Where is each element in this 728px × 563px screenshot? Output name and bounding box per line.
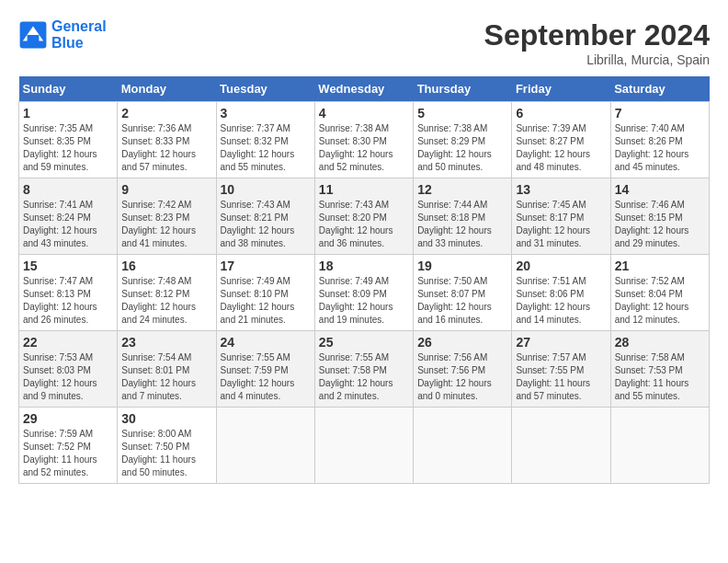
day-info: Sunrise: 7:51 AM Sunset: 8:06 PM Dayligh… [516, 275, 606, 327]
day-number: 8 [23, 182, 113, 197]
day-info: Sunrise: 7:39 AM Sunset: 8:27 PM Dayligh… [516, 122, 606, 174]
day-info: Sunrise: 7:56 AM Sunset: 7:56 PM Dayligh… [417, 351, 507, 403]
day-info: Sunrise: 7:35 AM Sunset: 8:35 PM Dayligh… [23, 122, 113, 174]
day-header-wednesday: Wednesday [314, 76, 413, 102]
calendar-cell: 16Sunrise: 7:48 AM Sunset: 8:12 PM Dayli… [118, 255, 216, 331]
day-header-thursday: Thursday [414, 76, 512, 102]
calendar-cell: 28Sunrise: 7:58 AM Sunset: 7:53 PM Dayli… [610, 331, 709, 408]
day-number: 2 [121, 106, 211, 121]
day-header-saturday: Saturday [610, 76, 709, 102]
calendar-cell: 6Sunrise: 7:39 AM Sunset: 8:27 PM Daylig… [512, 102, 610, 178]
day-info: Sunrise: 7:53 AM Sunset: 8:03 PM Dayligh… [23, 351, 113, 403]
day-number: 29 [23, 411, 113, 426]
calendar-cell: 27Sunrise: 7:57 AM Sunset: 7:55 PM Dayli… [512, 331, 610, 408]
calendar-cell: 18Sunrise: 7:49 AM Sunset: 8:09 PM Dayli… [314, 255, 413, 331]
day-number: 10 [221, 182, 311, 197]
calendar-table: SundayMondayTuesdayWednesdayThursdayFrid… [18, 76, 710, 484]
calendar-cell: 14Sunrise: 7:46 AM Sunset: 8:15 PM Dayli… [610, 178, 709, 255]
day-header-sunday: Sunday [19, 76, 118, 102]
calendar-cell: 1Sunrise: 7:35 AM Sunset: 8:35 PM Daylig… [19, 102, 118, 178]
location: Librilla, Murcia, Spain [484, 52, 710, 67]
day-number: 28 [615, 335, 705, 350]
day-info: Sunrise: 7:44 AM Sunset: 8:18 PM Dayligh… [417, 199, 507, 250]
day-number: 24 [221, 335, 311, 350]
day-number: 7 [615, 106, 705, 121]
logo-text: General Blue [51, 18, 107, 52]
calendar-cell: 12Sunrise: 7:44 AM Sunset: 8:18 PM Dayli… [414, 178, 512, 255]
day-info: Sunrise: 7:55 AM Sunset: 7:58 PM Dayligh… [319, 351, 409, 403]
day-info: Sunrise: 8:00 AM Sunset: 7:50 PM Dayligh… [121, 428, 211, 479]
calendar-cell: 17Sunrise: 7:49 AM Sunset: 8:10 PM Dayli… [216, 255, 314, 331]
day-info: Sunrise: 7:49 AM Sunset: 8:09 PM Dayligh… [319, 275, 409, 327]
day-header-friday: Friday [512, 76, 610, 102]
day-number: 3 [221, 106, 311, 121]
day-number: 4 [319, 106, 409, 121]
day-info: Sunrise: 7:59 AM Sunset: 7:52 PM Dayligh… [23, 428, 113, 479]
calendar-cell: 9Sunrise: 7:42 AM Sunset: 8:23 PM Daylig… [118, 178, 216, 255]
calendar-cell: 15Sunrise: 7:47 AM Sunset: 8:13 PM Dayli… [19, 255, 118, 331]
calendar-cell: 21Sunrise: 7:52 AM Sunset: 8:04 PM Dayli… [610, 255, 709, 331]
day-number: 19 [417, 259, 507, 273]
day-number: 17 [221, 259, 311, 273]
day-info: Sunrise: 7:48 AM Sunset: 8:12 PM Dayligh… [121, 275, 211, 327]
day-info: Sunrise: 7:52 AM Sunset: 8:04 PM Dayligh… [615, 275, 705, 327]
logo: General Blue [18, 18, 107, 52]
calendar-cell: 2Sunrise: 7:36 AM Sunset: 8:33 PM Daylig… [118, 102, 216, 178]
day-number: 5 [417, 106, 507, 121]
day-number: 22 [23, 335, 113, 350]
calendar-cell: 5Sunrise: 7:38 AM Sunset: 8:29 PM Daylig… [414, 102, 512, 178]
calendar-cell: 19Sunrise: 7:50 AM Sunset: 8:07 PM Dayli… [414, 255, 512, 331]
calendar-cell: 3Sunrise: 7:37 AM Sunset: 8:32 PM Daylig… [216, 102, 314, 178]
day-info: Sunrise: 7:50 AM Sunset: 8:07 PM Dayligh… [417, 275, 507, 327]
day-number: 20 [516, 259, 606, 273]
day-number: 30 [121, 411, 211, 426]
day-info: Sunrise: 7:54 AM Sunset: 8:01 PM Dayligh… [121, 351, 211, 403]
day-number: 16 [121, 259, 211, 273]
day-number: 11 [319, 182, 409, 197]
calendar-cell [610, 408, 709, 484]
day-info: Sunrise: 7:57 AM Sunset: 7:55 PM Dayligh… [516, 351, 606, 403]
day-info: Sunrise: 7:45 AM Sunset: 8:17 PM Dayligh… [516, 199, 606, 250]
day-info: Sunrise: 7:47 AM Sunset: 8:13 PM Dayligh… [23, 275, 113, 327]
calendar-cell [512, 408, 610, 484]
day-info: Sunrise: 7:41 AM Sunset: 8:24 PM Dayligh… [23, 199, 113, 250]
svg-rect-2 [28, 35, 40, 44]
calendar-cell: 23Sunrise: 7:54 AM Sunset: 8:01 PM Dayli… [118, 331, 216, 408]
calendar-cell: 29Sunrise: 7:59 AM Sunset: 7:52 PM Dayli… [19, 408, 118, 484]
calendar-cell: 13Sunrise: 7:45 AM Sunset: 8:17 PM Dayli… [512, 178, 610, 255]
day-number: 13 [516, 182, 606, 197]
day-number: 23 [121, 335, 211, 350]
day-header-tuesday: Tuesday [216, 76, 314, 102]
day-info: Sunrise: 7:40 AM Sunset: 8:26 PM Dayligh… [615, 122, 705, 174]
calendar-cell: 20Sunrise: 7:51 AM Sunset: 8:06 PM Dayli… [512, 255, 610, 331]
day-info: Sunrise: 7:36 AM Sunset: 8:33 PM Dayligh… [121, 122, 211, 174]
day-number: 1 [23, 106, 113, 121]
calendar-cell: 11Sunrise: 7:43 AM Sunset: 8:20 PM Dayli… [314, 178, 413, 255]
calendar-cell: 25Sunrise: 7:55 AM Sunset: 7:58 PM Dayli… [314, 331, 413, 408]
day-info: Sunrise: 7:42 AM Sunset: 8:23 PM Dayligh… [121, 199, 211, 250]
calendar-cell: 24Sunrise: 7:55 AM Sunset: 7:59 PM Dayli… [216, 331, 314, 408]
day-number: 21 [615, 259, 705, 273]
day-header-monday: Monday [118, 76, 216, 102]
day-info: Sunrise: 7:46 AM Sunset: 8:15 PM Dayligh… [615, 199, 705, 250]
page-header: General Blue September 2024 Librilla, Mu… [18, 18, 710, 67]
day-number: 27 [516, 335, 606, 350]
day-number: 18 [319, 259, 409, 273]
day-number: 12 [417, 182, 507, 197]
day-info: Sunrise: 7:38 AM Sunset: 8:29 PM Dayligh… [417, 122, 507, 174]
day-info: Sunrise: 7:58 AM Sunset: 7:53 PM Dayligh… [615, 351, 705, 403]
logo-icon [18, 20, 48, 50]
day-info: Sunrise: 7:49 AM Sunset: 8:10 PM Dayligh… [221, 275, 311, 327]
day-number: 25 [319, 335, 409, 350]
calendar-cell: 8Sunrise: 7:41 AM Sunset: 8:24 PM Daylig… [19, 178, 118, 255]
day-number: 15 [23, 259, 113, 273]
calendar-cell [314, 408, 413, 484]
day-info: Sunrise: 7:55 AM Sunset: 7:59 PM Dayligh… [221, 351, 311, 403]
calendar-cell [414, 408, 512, 484]
day-number: 6 [516, 106, 606, 121]
calendar-cell: 22Sunrise: 7:53 AM Sunset: 8:03 PM Dayli… [19, 331, 118, 408]
calendar-cell: 30Sunrise: 8:00 AM Sunset: 7:50 PM Dayli… [118, 408, 216, 484]
day-number: 26 [417, 335, 507, 350]
calendar-cell: 26Sunrise: 7:56 AM Sunset: 7:56 PM Dayli… [414, 331, 512, 408]
calendar-cell: 7Sunrise: 7:40 AM Sunset: 8:26 PM Daylig… [610, 102, 709, 178]
